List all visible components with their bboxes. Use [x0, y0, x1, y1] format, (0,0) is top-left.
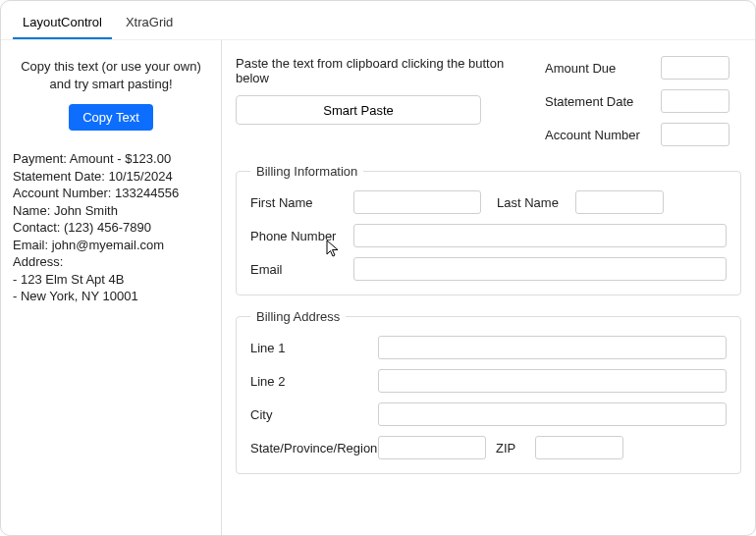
billing-information-legend: Billing Information [250, 164, 363, 179]
address-line2-input[interactable] [378, 369, 727, 393]
billing-information-group: Billing Information First Name Last Name… [236, 164, 741, 295]
clipboard-preview: Payment: Amount - $123.00 Statement Date… [13, 150, 209, 305]
state-label: State/Province/Region [250, 441, 368, 456]
amount-due-label: Amount Due [545, 61, 653, 76]
address-line2-label: Line 2 [250, 374, 368, 389]
tab-xtragrid[interactable]: XtraGrid [116, 9, 183, 39]
copy-text-button[interactable]: Copy Text [69, 104, 153, 131]
last-name-input[interactable] [575, 190, 664, 214]
top-row: Paste the text from clipboard clicking t… [236, 56, 741, 146]
statement-date-label: Statement Date [545, 94, 653, 109]
left-panel: Copy this text (or use your own) and try… [1, 40, 222, 535]
state-input[interactable] [378, 436, 486, 459]
paste-hint: Paste the text from clipboard clicking t… [236, 56, 527, 85]
address-line1-label: Line 1 [250, 341, 368, 355]
account-number-input[interactable] [661, 123, 729, 146]
billing-address-legend: Billing Address [250, 309, 346, 324]
first-name-input[interactable] [353, 190, 481, 214]
last-name-label: Last Name [497, 195, 566, 210]
phone-input[interactable] [353, 224, 727, 247]
email-label: Email [250, 262, 344, 277]
content-area: Copy this text (or use your own) and try… [1, 39, 755, 535]
intro-text: Copy this text (or use your own) and try… [13, 58, 209, 92]
tab-strip: LayoutControl XtraGrid [1, 1, 755, 39]
address-line1-input[interactable] [378, 336, 727, 359]
email-input[interactable] [353, 257, 727, 281]
city-label: City [250, 407, 368, 422]
right-panel: Paste the text from clipboard clicking t… [222, 40, 755, 535]
zip-input[interactable] [535, 436, 623, 459]
statement-date-input[interactable] [661, 89, 729, 113]
first-name-label: First Name [250, 195, 344, 210]
phone-label: Phone Number [250, 229, 344, 243]
zip-label: ZIP [496, 441, 525, 456]
billing-address-group: Billing Address Line 1 Line 2 City [236, 309, 741, 474]
amount-due-input[interactable] [661, 56, 729, 80]
account-number-label: Account Number [545, 128, 653, 142]
app-window: LayoutControl XtraGrid Copy this text (o… [0, 0, 756, 536]
tab-layoutcontrol[interactable]: LayoutControl [13, 9, 112, 39]
city-input[interactable] [378, 402, 727, 426]
smart-paste-button[interactable]: Smart Paste [236, 95, 481, 125]
paste-area: Paste the text from clipboard clicking t… [236, 56, 527, 146]
summary-fields: Amount Due Statement Date Account Number [545, 56, 741, 146]
